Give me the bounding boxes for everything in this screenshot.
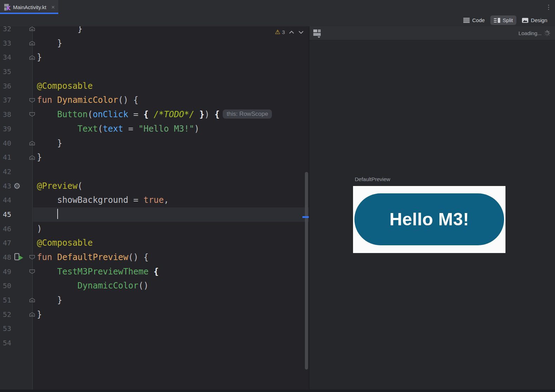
code-line[interactable]: 42 (0, 165, 309, 179)
code-text: } (37, 36, 62, 51)
line-number: 45 (3, 207, 11, 222)
design-view-icon (522, 18, 528, 23)
line-number: 37 (3, 93, 11, 107)
line-number: 40 (3, 136, 11, 151)
fold-expand-icon[interactable] (29, 27, 35, 31)
tab-label: MainActivity.kt (13, 4, 46, 10)
code-line[interactable]: 36@Composable (0, 79, 309, 93)
fold-collapse-icon[interactable] (29, 270, 35, 274)
code-line[interactable]: 34} (0, 50, 309, 65)
preview-layout-mode-icon[interactable] (313, 28, 322, 38)
preview-status: Loading... (518, 30, 550, 36)
next-warning-chevron-down-icon[interactable] (298, 30, 304, 34)
code-line[interactable]: 35 (0, 65, 309, 79)
line-number: 52 (3, 307, 11, 322)
line-number: 42 (3, 165, 11, 179)
line-number: 41 (3, 150, 11, 165)
code-line[interactable]: 45 (0, 207, 309, 222)
fold-collapse-icon[interactable] (29, 112, 35, 117)
preview-settings-gear-icon[interactable]: ⚙ (13, 182, 21, 190)
code-line[interactable]: 39 Text(text = "Hello M3!") (0, 122, 309, 136)
code-line[interactable]: 43⚙@Preview( (0, 179, 309, 193)
code-line[interactable]: 32 } (0, 26, 309, 36)
editor-tab-bar: K MainActivity.kt × ⋮ (0, 0, 555, 14)
code-line[interactable]: 33 } (0, 36, 309, 51)
caret-position-marker (302, 216, 309, 218)
design-view-label: Design (531, 17, 547, 23)
code-line[interactable]: 41} (0, 150, 309, 165)
inspection-widget: ⚠ 3 (275, 29, 304, 35)
fold-collapse-icon[interactable] (29, 255, 35, 260)
prev-warning-chevron-up-icon[interactable] (289, 30, 294, 34)
code-editor[interactable]: 32 }33 }34}3536@Composable37fun DynamicC… (0, 26, 309, 390)
preview-render-surface[interactable]: Hello M3! (353, 186, 505, 253)
preview-canvas[interactable]: DefaultPreview Hello M3! (309, 40, 555, 390)
code-line[interactable]: 44 showBackground = true, (0, 193, 309, 207)
split-view-label: Split (503, 17, 513, 23)
tab-close-icon[interactable]: × (51, 4, 55, 10)
code-view-button[interactable]: Code (460, 15, 488, 25)
code-line[interactable]: 49 TestM3PreviewTheme { (0, 265, 309, 279)
line-number: 49 (3, 265, 11, 279)
line-number: 36 (3, 79, 11, 93)
code-text: showBackground = true, (37, 193, 169, 207)
code-text: fun DefaultPreview() { (37, 250, 149, 265)
fold-expand-icon[interactable] (29, 298, 35, 303)
code-line[interactable]: 53 (0, 321, 309, 336)
fold-expand-icon[interactable] (29, 155, 35, 160)
code-line[interactable]: 47@Composable (0, 236, 309, 250)
code-line[interactable]: 40 } (0, 136, 309, 151)
line-number: 54 (3, 336, 11, 350)
split-view-icon (494, 18, 500, 23)
status-bar (0, 390, 555, 392)
code-line[interactable]: 38 Button(onClick = { /*TODO*/ }) {this:… (0, 107, 309, 122)
line-number: 43 (3, 179, 11, 193)
code-line[interactable]: 37fun DynamicColor() { (0, 93, 309, 107)
split-view-button[interactable]: Split (490, 15, 516, 25)
editor-mode-toolbar: Code Split Design (0, 14, 555, 26)
preview-toolbar: Loading... (309, 26, 555, 40)
code-line[interactable]: 51 } (0, 293, 309, 307)
warnings-indicator[interactable]: ⚠ 3 (275, 29, 285, 35)
code-text: } (37, 150, 42, 165)
code-text (37, 207, 58, 222)
code-text: @Preview( (37, 179, 83, 193)
editor-scrollbar[interactable] (305, 172, 308, 370)
loading-spinner-icon (544, 30, 550, 36)
code-line[interactable]: 48fun DefaultPreview() { (0, 250, 309, 265)
kotlin-file-icon: K (4, 4, 11, 11)
fold-expand-icon[interactable] (29, 41, 35, 46)
line-number: 46 (3, 222, 11, 236)
code-line[interactable]: 52} (0, 307, 309, 322)
android-studio-window: K MainActivity.kt × ⋮ Code Split (0, 0, 555, 392)
line-number: 47 (3, 236, 11, 250)
preview-button-text: Hello M3! (390, 209, 469, 230)
preview-button[interactable]: Hello M3! (354, 193, 504, 245)
code-text: @Composable (37, 236, 93, 250)
kebab-menu-icon[interactable]: ⋮ (546, 4, 551, 11)
code-text: fun DynamicColor() { (37, 93, 138, 107)
fold-collapse-icon[interactable] (29, 98, 35, 102)
tab-mainactivity[interactable]: K MainActivity.kt × (0, 0, 58, 14)
run-preview-icon[interactable] (14, 253, 24, 261)
warning-count: 3 (282, 29, 285, 35)
fold-expand-icon[interactable] (29, 55, 35, 60)
line-number: 32 (3, 26, 11, 36)
fold-expand-icon[interactable] (29, 141, 35, 145)
code-text: ) (37, 222, 42, 236)
line-number: 50 (3, 279, 11, 293)
code-line[interactable]: 50 DynamicColor() (0, 279, 309, 293)
design-view-button[interactable]: Design (518, 15, 551, 25)
code-text: } (37, 26, 83, 36)
preview-composable-label[interactable]: DefaultPreview (355, 176, 390, 182)
code-text: DynamicColor() (37, 279, 149, 293)
code-text: Button(onClick = { /*TODO*/ }) {this: Ro… (37, 107, 272, 122)
line-number: 33 (3, 36, 11, 51)
code-text: } (37, 307, 42, 322)
line-number: 35 (3, 65, 11, 79)
editor-split-area: 32 }33 }34}3536@Composable37fun DynamicC… (0, 26, 555, 390)
fold-expand-icon[interactable] (29, 312, 35, 317)
code-text: } (37, 136, 62, 151)
code-line[interactable]: 54 (0, 336, 309, 350)
code-line[interactable]: 46) (0, 222, 309, 236)
